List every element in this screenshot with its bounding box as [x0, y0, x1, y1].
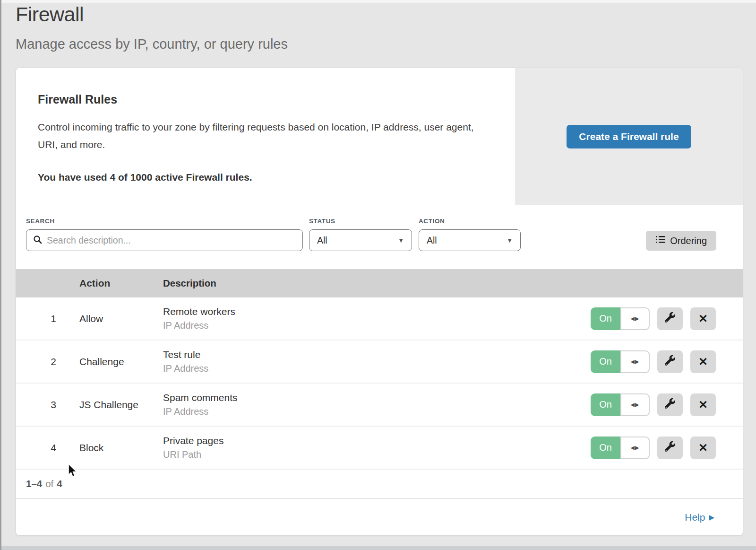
pagination-of-label: of — [45, 478, 53, 489]
rule-action: Block — [79, 442, 163, 454]
rules-intro-section: Firewall Rules Control incoming traffic … — [16, 68, 743, 205]
rule-description-cell: Spam comments IP Address — [163, 392, 591, 417]
rule-controls: On ◂▸ ✕ — [591, 393, 743, 416]
rule-description: Private pages — [163, 435, 591, 446]
table-row: 3 JS Challenge Spam comments IP Address … — [16, 384, 743, 427]
rule-match-field: URI Path — [163, 449, 591, 460]
rule-enabled-toggle[interactable]: On ◂▸ — [591, 350, 650, 373]
page-header: Firewall Manage access by IP, country, o… — [16, 3, 288, 52]
action-selected-value: All — [427, 235, 437, 246]
screen-top-edge — [0, 0, 756, 3]
rule-match-field: IP Address — [163, 320, 591, 331]
rules-usage-count: You have used 4 of 1000 active Firewall … — [38, 172, 487, 183]
toggle-handle[interactable]: ◂▸ — [620, 393, 650, 416]
rule-match-field: IP Address — [163, 406, 591, 417]
ordering-button-label: Ordering — [670, 236, 707, 246]
firewall-rules-card: Firewall Rules Control incoming traffic … — [16, 68, 743, 536]
rule-enabled-toggle[interactable]: On ◂▸ — [591, 307, 650, 330]
left-right-arrows-icon: ◂▸ — [630, 443, 639, 453]
help-link[interactable]: Help ▶ — [685, 512, 714, 523]
rule-description-cell: Test rule IP Address — [163, 349, 591, 374]
edit-rule-button[interactable] — [657, 307, 683, 330]
delete-rule-button[interactable]: ✕ — [690, 350, 716, 373]
left-right-arrows-icon: ◂▸ — [630, 357, 639, 367]
action-select[interactable]: All ▼ — [419, 229, 521, 251]
pagination-total: 4 — [57, 478, 62, 489]
page-title: Firewall — [16, 3, 288, 26]
edit-rule-button[interactable] — [657, 393, 683, 416]
help-arrow-icon: ▶ — [709, 513, 714, 522]
rule-enabled-toggle[interactable]: On ◂▸ — [591, 437, 650, 459]
table-row: 1 Allow Remote workers IP Address On ◂▸ … — [16, 297, 743, 340]
rule-description: Spam comments — [163, 392, 591, 403]
search-icon — [33, 235, 42, 246]
toggle-on-label: On — [591, 307, 620, 330]
delete-rule-button[interactable]: ✕ — [690, 307, 716, 330]
rules-list: 1 Allow Remote workers IP Address On ◂▸ … — [16, 297, 743, 470]
wrench-icon — [665, 355, 675, 368]
rule-enabled-toggle[interactable]: On ◂▸ — [591, 393, 650, 416]
rule-controls: On ◂▸ ✕ — [591, 307, 743, 330]
toggle-on-label: On — [591, 393, 620, 416]
rule-priority: 1 — [16, 313, 79, 324]
search-filter-group: SEARCH — [26, 218, 303, 251]
rule-priority: 3 — [16, 399, 79, 410]
edit-rule-button[interactable] — [657, 350, 683, 373]
table-row: 4 Block Private pages URI Path On ◂▸ ✕ — [16, 427, 743, 470]
rule-match-field: IP Address — [163, 363, 591, 374]
table-header: Action Description — [16, 269, 743, 297]
delete-rule-button[interactable]: ✕ — [690, 393, 716, 416]
status-select[interactable]: All ▼ — [309, 229, 412, 251]
rule-action: JS Challenge — [79, 399, 163, 410]
rules-section-title: Firewall Rules — [38, 93, 487, 106]
search-label: SEARCH — [26, 218, 303, 225]
rule-description-cell: Private pages URI Path — [163, 435, 591, 460]
chevron-down-icon: ▼ — [507, 237, 513, 244]
toggle-handle[interactable]: ◂▸ — [620, 350, 650, 373]
rule-priority: 2 — [16, 356, 79, 367]
search-box[interactable] — [26, 229, 303, 251]
filter-bar: SEARCH STATUS All ▼ ACTION All ▼ — [16, 205, 743, 269]
screen-bottom-edge — [0, 546, 756, 550]
pagination-row: 1–4 of 4 — [16, 470, 743, 499]
chevron-down-icon: ▼ — [398, 237, 404, 244]
close-icon: ✕ — [698, 355, 708, 368]
status-selected-value: All — [317, 235, 327, 246]
ordering-list-icon — [655, 235, 665, 246]
toggle-handle[interactable]: ◂▸ — [620, 437, 650, 459]
table-row: 2 Challenge Test rule IP Address On ◂▸ ✕ — [16, 340, 743, 384]
action-filter-group: ACTION All ▼ — [419, 218, 521, 251]
edit-rule-button[interactable] — [657, 437, 683, 459]
rule-action: Allow — [79, 313, 163, 324]
help-link-label: Help — [685, 512, 705, 523]
rule-controls: On ◂▸ ✕ — [591, 350, 743, 373]
left-right-arrows-icon: ◂▸ — [630, 400, 639, 410]
toggle-on-label: On — [591, 437, 620, 459]
close-icon: ✕ — [698, 398, 708, 411]
rule-description: Remote workers — [163, 306, 591, 317]
rule-controls: On ◂▸ ✕ — [591, 437, 743, 459]
delete-rule-button[interactable]: ✕ — [690, 437, 716, 459]
close-icon: ✕ — [698, 441, 708, 454]
rule-description-cell: Remote workers IP Address — [163, 306, 591, 331]
create-rule-panel: Create a Firewall rule — [515, 68, 743, 205]
ordering-button[interactable]: Ordering — [646, 231, 716, 251]
page-subtitle: Manage access by IP, country, or query r… — [16, 36, 288, 52]
rule-action: Challenge — [79, 356, 163, 367]
wrench-icon — [665, 312, 675, 325]
rules-intro-text: Firewall Rules Control incoming traffic … — [16, 68, 515, 205]
create-firewall-rule-button[interactable]: Create a Firewall rule — [567, 125, 691, 148]
toggle-handle[interactable]: ◂▸ — [620, 307, 650, 330]
action-column-header: Action — [79, 278, 163, 289]
rule-description: Test rule — [163, 349, 591, 360]
status-filter-group: STATUS All ▼ — [309, 218, 412, 251]
help-row: Help ▶ — [16, 499, 743, 535]
left-right-arrows-icon: ◂▸ — [630, 314, 639, 323]
action-label: ACTION — [419, 218, 521, 225]
rules-section-description: Control incoming traffic to your zone by… — [38, 119, 484, 154]
rule-priority: 4 — [16, 442, 79, 454]
wrench-icon — [665, 398, 675, 411]
close-icon: ✕ — [698, 312, 708, 325]
search-input[interactable] — [47, 235, 296, 246]
pagination-range: 1–4 — [26, 478, 42, 489]
